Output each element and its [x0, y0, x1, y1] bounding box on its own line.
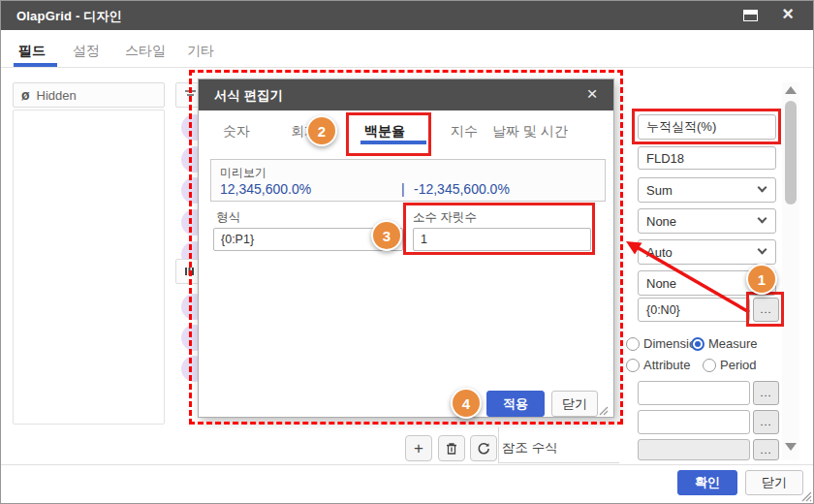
format-string-input[interactable]: {0:N0}: [638, 298, 750, 322]
option-select-3[interactable]: Auto: [638, 239, 776, 265]
chevron-down-icon: [758, 183, 767, 193]
dialog-title: 서식 편집기: [214, 87, 283, 105]
tab-etc[interactable]: 기타: [187, 43, 214, 60]
dialog-tab-percent[interactable]: 백분율: [364, 123, 405, 141]
footer-divider: [1, 464, 814, 465]
resize-handle-icon[interactable]: [801, 491, 812, 502]
radio-period-label: Period: [720, 358, 757, 372]
option-select-2[interactable]: None: [638, 208, 776, 234]
tab-fields[interactable]: 필드: [18, 43, 46, 60]
dialog-active-tab-underline: [360, 141, 426, 144]
refresh-icon: [477, 442, 490, 456]
dialog-tab-exponent[interactable]: 지수: [451, 123, 478, 141]
caption-input[interactable]: 누적실적(%): [638, 114, 776, 140]
olapgrid-designer-window: OlapGrid - 디자인 × 필드 설정 스타일 기타 ø Hidden +: [0, 0, 814, 504]
preview-box: 미리보기 12,345,600.0% | -12,345,600.0%: [210, 159, 606, 202]
caption-value: 누적실적(%): [646, 118, 716, 136]
format-label: 형식: [216, 209, 240, 226]
divider: [498, 462, 619, 463]
hidden-eye-off-icon: ø: [21, 87, 30, 103]
expression-input-1[interactable]: [638, 381, 750, 405]
chevron-down-icon: [758, 276, 767, 286]
active-tab-underline: [14, 63, 57, 67]
format-value: {0:P1}: [221, 233, 254, 246]
radio-attribute-label: Attribute: [643, 358, 690, 372]
format-input[interactable]: {0:P1}: [213, 228, 403, 251]
scrollbar-thumb[interactable]: [785, 101, 797, 205]
dialog-close-button[interactable]: 닫기: [551, 391, 598, 417]
field-name-input[interactable]: FLD18: [638, 146, 776, 170]
bars-icon: [184, 266, 197, 277]
expression-ellipsis-3[interactable]: ...: [753, 439, 779, 460]
preview-positive: 12,345,600.0%: [220, 181, 311, 197]
ok-button[interactable]: 확인: [677, 470, 737, 495]
restore-window-icon[interactable]: [743, 10, 758, 21]
apply-button[interactable]: 적용: [486, 391, 545, 417]
format-ellipsis-button[interactable]: ...: [753, 298, 779, 322]
radio-measure-label: Measure: [708, 336, 758, 351]
expression-ellipsis-2[interactable]: ...: [753, 410, 779, 434]
aggregation-value: Sum: [646, 183, 673, 198]
chevron-down-icon: [758, 214, 767, 224]
aggregation-select[interactable]: Sum: [638, 177, 776, 203]
scroll-up-icon[interactable]: [785, 86, 797, 94]
expression-input-3[interactable]: [638, 439, 750, 460]
refresh-button[interactable]: [470, 435, 497, 461]
divider: [498, 427, 499, 463]
option-3-value: Auto: [646, 245, 673, 260]
option-4-value: None: [646, 276, 676, 291]
decimals-value: 1: [421, 233, 427, 246]
window-title: OlapGrid - 디자인: [16, 8, 122, 25]
scroll-down-icon[interactable]: [785, 443, 797, 451]
preview-separator: |: [401, 181, 405, 197]
radio-period[interactable]: [703, 359, 716, 372]
radio-measure[interactable]: [691, 337, 704, 351]
preview-label: 미리보기: [220, 165, 266, 181]
expression-input-2[interactable]: [638, 410, 750, 434]
format-string-value: {0:N0}: [646, 303, 680, 317]
decimals-label: 소수 자릿수: [413, 209, 477, 226]
format-editor-dialog: 서식 편집기 × 숫자 회계 백분율 지수 날짜 및 시간 미리보기 12,34…: [198, 79, 614, 418]
option-select-4[interactable]: None: [638, 270, 776, 296]
delete-button[interactable]: [438, 435, 465, 461]
ref-formula-label-clipped: 참조 수식: [502, 443, 570, 461]
hidden-panel-header: ø Hidden: [13, 82, 165, 108]
radio-attribute[interactable]: [626, 359, 640, 372]
option-2-value: None: [646, 214, 676, 229]
main-tab-bar: [1, 30, 814, 68]
field-name-value: FLD18: [646, 151, 684, 166]
dialog-tab-datetime[interactable]: 날짜 및 시간: [492, 123, 568, 141]
cancel-button[interactable]: 닫기: [745, 470, 803, 495]
decimals-input[interactable]: 1: [413, 228, 591, 251]
dialog-tab-accounting[interactable]: 회계: [291, 123, 318, 141]
window-close-icon[interactable]: ×: [776, 3, 799, 25]
tab-settings[interactable]: 설정: [73, 43, 100, 60]
dialog-resize-handle-icon[interactable]: [599, 406, 609, 416]
radio-dimension[interactable]: [626, 337, 640, 351]
dialog-tab-number[interactable]: 숫자: [223, 123, 250, 141]
dialog-close-icon[interactable]: ×: [580, 83, 604, 105]
expression-ellipsis-1[interactable]: ...: [753, 381, 779, 405]
chevron-down-icon: [758, 245, 767, 255]
add-button[interactable]: +: [405, 435, 432, 461]
hidden-panel-title: Hidden: [37, 88, 77, 103]
ref-formula-label: 참조 수식: [502, 443, 570, 457]
trash-icon: [445, 442, 458, 456]
hidden-panel-body[interactable]: [13, 110, 165, 425]
filter-icon: [184, 89, 197, 101]
tab-style[interactable]: 스타일: [125, 43, 166, 60]
preview-negative: -12,345,600.0%: [414, 181, 510, 197]
title-bar: [1, 1, 814, 30]
